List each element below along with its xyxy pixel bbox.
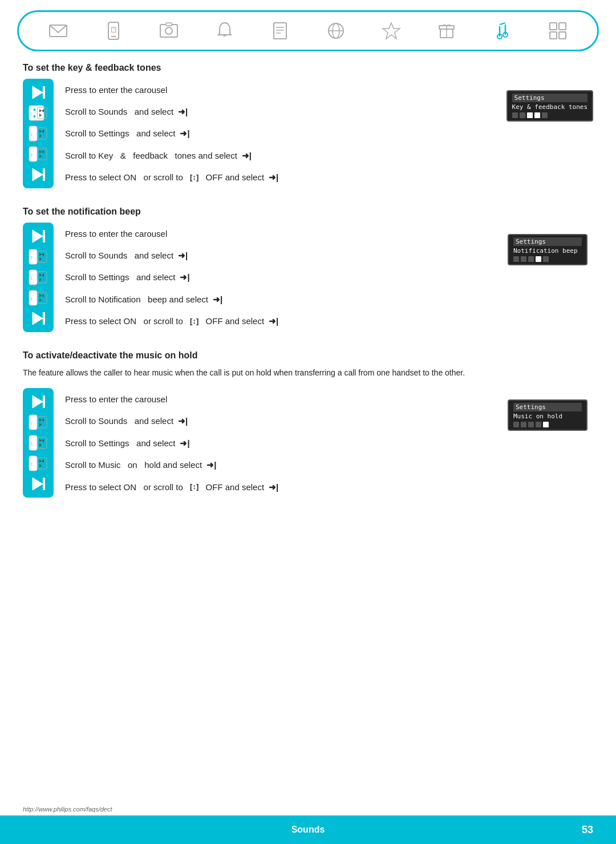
svg-marker-62 <box>39 278 42 281</box>
grid-carousel-icon <box>545 18 571 44</box>
screen3-header: Settings <box>513 403 582 411</box>
phone-carousel-icon: 📋 <box>100 18 127 44</box>
step-scrl-icon-3-3: ↕ <box>27 453 49 474</box>
svg-text:↕: ↕ <box>30 111 33 116</box>
step-scrl-icon-2-1: ↕ <box>27 247 49 267</box>
section2-title: To set the notification beep <box>23 207 593 217</box>
section3-screen: Settings Music on hold <box>508 388 593 431</box>
bell-carousel-icon <box>212 18 238 44</box>
dot2-1 <box>513 256 519 262</box>
svg-marker-85 <box>42 439 44 442</box>
svg-text:↕: ↕ <box>30 296 33 301</box>
screen2-header: Settings <box>513 237 582 246</box>
section1-steps-screen: ↕ ↕ <box>23 79 593 188</box>
dot3-3 <box>528 422 534 427</box>
svg-rect-73 <box>43 395 45 408</box>
section2-steps-screen: ↕ ↕ <box>23 223 593 332</box>
svg-rect-82 <box>38 437 47 449</box>
svg-marker-90 <box>39 464 42 467</box>
section3-steps-screen: ↕ ↕ <box>23 388 593 498</box>
step-line-1-5: Press to select ON or scroll to [↕] OFF … <box>65 167 495 188</box>
globe-carousel-icon <box>323 18 349 44</box>
svg-marker-14 <box>383 23 400 39</box>
step-line-2-3: Scroll to Settings and select ➜| <box>65 267 496 288</box>
svg-text:↕: ↕ <box>30 255 33 260</box>
section3-icons-col: ↕ ↕ <box>23 388 54 498</box>
svg-point-5 <box>165 27 172 34</box>
screen-mockup-3: Settings Music on hold <box>508 399 587 431</box>
section-music-on-hold: To activate/deactivate the music on hold… <box>23 350 593 498</box>
carousel-bar: 📋 <box>17 10 599 51</box>
dot1-5 <box>542 112 548 118</box>
section1-title: To set the key & feedback tones <box>23 63 593 73</box>
svg-marker-24 <box>33 86 43 99</box>
svg-rect-60 <box>38 272 47 283</box>
svg-rect-22 <box>550 32 557 39</box>
step-line-3-1: Press to enter the carousel <box>65 389 496 410</box>
section2-steps-container: ↕ ↕ <box>23 223 496 332</box>
step-forward-icon-1 <box>27 82 49 103</box>
svg-rect-93 <box>43 478 45 490</box>
svg-rect-51 <box>43 230 45 243</box>
step-line-3-3: Scroll to Settings and select ➜| <box>65 433 496 453</box>
dot1-3 <box>527 112 533 118</box>
svg-marker-68 <box>39 298 42 302</box>
section1-steps-container: ↕ ↕ <box>23 79 495 188</box>
section3-steps-container: ↕ ↕ <box>23 388 496 498</box>
dot2-3 <box>528 256 534 262</box>
svg-text:↕: ↕ <box>30 461 33 467</box>
svg-marker-92 <box>33 478 43 490</box>
step-line-3-5: Press to select ON or scroll to [↕] OFF … <box>65 476 496 497</box>
step-fwd-icon-3-1 <box>27 391 49 412</box>
screen2-title: Notification beep <box>513 247 582 255</box>
svg-marker-63 <box>42 273 44 277</box>
step-line-1-4: Scroll to Key & feedback tones and selec… <box>65 145 495 165</box>
section1-icons-col: ↕ ↕ <box>23 79 54 188</box>
step-line-3-2: Scroll to Sounds and select ➜| <box>65 411 496 431</box>
svg-rect-49 <box>43 168 45 181</box>
star-carousel-icon <box>378 18 404 44</box>
svg-marker-47 <box>42 150 44 154</box>
section1-screen: Settings Key & feedback tones <box>506 79 593 122</box>
svg-marker-69 <box>42 294 44 297</box>
bottom-bar: Sounds 53 <box>0 815 616 844</box>
step-scrl-icon-3-1: ↕ <box>27 412 49 433</box>
svg-marker-70 <box>33 312 43 325</box>
svg-marker-40 <box>39 134 42 138</box>
svg-marker-56 <box>39 257 42 261</box>
svg-text:↕: ↕ <box>30 420 33 426</box>
step-line-1-3: Scroll to Settings and select ➜| <box>65 123 495 144</box>
dot3-5 <box>543 422 549 427</box>
svg-marker-55 <box>39 253 42 256</box>
dot3-2 <box>521 422 526 427</box>
step-line-2-4: Scroll to Notification beep and select ➜… <box>65 289 496 309</box>
step-fwd-icon-3-2 <box>27 474 49 494</box>
section-key-feedback: To set the key & feedback tones <box>23 63 593 188</box>
svg-marker-45 <box>39 150 42 154</box>
dot1-1 <box>512 112 518 118</box>
step-fwd-icon-2-2 <box>27 308 49 329</box>
step-scroll-icon-3: ↕ <box>27 144 49 164</box>
step-scrl-icon-3-2: ↕ <box>27 433 49 453</box>
section3-title: To activate/deactivate the music on hold <box>23 350 593 361</box>
svg-rect-38 <box>38 128 47 139</box>
screen2-dots <box>513 256 582 262</box>
svg-rect-6 <box>166 23 172 26</box>
svg-marker-77 <box>39 418 42 422</box>
step-forward-icon-2 <box>27 164 49 185</box>
gift-carousel-icon <box>433 18 460 44</box>
svg-rect-23 <box>559 32 566 39</box>
svg-marker-89 <box>39 459 42 463</box>
svg-marker-83 <box>39 439 42 442</box>
screen1-dots <box>512 112 587 118</box>
book-carousel-icon <box>267 18 293 44</box>
image-carousel-icon <box>156 18 182 44</box>
svg-rect-88 <box>38 458 47 469</box>
svg-rect-71 <box>43 312 45 325</box>
envelope-carousel-icon <box>45 18 71 44</box>
svg-rect-54 <box>38 251 47 263</box>
screen3-dots <box>513 422 582 427</box>
section1-steps-text: Press to enter the carousel Scroll to So… <box>65 79 495 188</box>
svg-marker-46 <box>39 155 42 158</box>
step-line-2-2: Scroll to Sounds and select ➜| <box>65 245 496 266</box>
